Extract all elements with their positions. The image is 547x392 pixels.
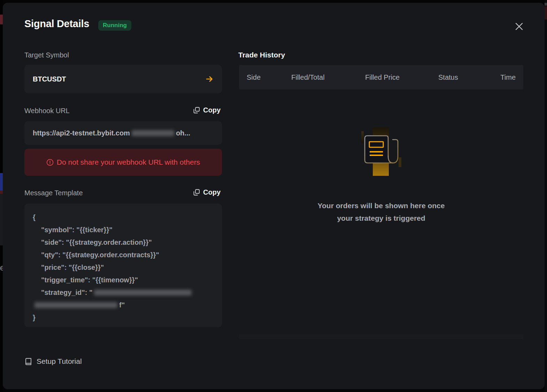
trade-history-header-row: SideFilled/TotalFilled PriceStatusTime [239, 65, 523, 89]
trade-history-footer-stripe [239, 334, 523, 339]
target-symbol-field[interactable]: BTCUSDT [24, 65, 222, 93]
page-backdrop: e Signal Details Running Target Symbol B… [0, 0, 547, 392]
message-template-label: Message Template [24, 189, 83, 197]
background-fragment [0, 15, 3, 24]
background-fragment [0, 173, 3, 190]
signal-details-modal: Signal Details Running Target Symbol BTC… [3, 3, 545, 389]
code-line: "qty": "{{strategy.order.contracts}}" [33, 249, 214, 261]
copy-label: Copy [203, 106, 221, 114]
empty-orders-message: Your orders will be shown here once your… [239, 199, 523, 225]
message-template-code: {"symbol": "{{ticker}}""side": "{{strate… [24, 204, 222, 327]
code-line: "price": "{{close}}" [33, 261, 214, 274]
status-badge: Running [98, 20, 131, 31]
webhook-url-field: https://api2-testnet.bybit.comoh... [24, 121, 222, 145]
background-fragment [545, 3, 547, 6]
background-page-edge-right [545, 0, 547, 392]
code-line: } [33, 311, 214, 324]
redacted-text [34, 302, 117, 308]
column-header-filled-total: Filled/Total [291, 73, 365, 81]
empty-orders-line2: your strategy is triggered [239, 212, 523, 225]
copy-icon [193, 107, 200, 113]
background-page-edge-left: e [0, 0, 3, 392]
redacted-url-segment [132, 130, 174, 136]
redacted-text [94, 290, 192, 296]
code-line: f" [33, 299, 214, 311]
column-header-side: Side [247, 73, 291, 81]
page-title: Signal Details [24, 18, 89, 30]
copy-icon [193, 189, 200, 196]
background-fragment [0, 190, 3, 194]
target-symbol-label: Target Symbol [24, 51, 69, 59]
empty-orders-illustration [359, 124, 402, 178]
background-fragment [545, 6, 547, 19]
target-symbol-value: BTCUSDT [33, 75, 66, 83]
code-line: "side": "{{strategy.order.action}}" [33, 236, 214, 249]
webhook-url-text: https://api2-testnet.bybit.com [33, 129, 130, 137]
empty-orders-line1: Your orders will be shown here once [239, 199, 523, 212]
code-line: "symbol": "{{ticker}}" [33, 224, 214, 236]
setup-tutorial-link[interactable]: Setup Tutorial [24, 357, 82, 366]
book-icon [24, 358, 32, 366]
close-icon [515, 22, 524, 31]
webhook-url-suffix: oh... [176, 129, 190, 137]
setup-tutorial-label: Setup Tutorial [37, 357, 82, 366]
code-line: { [33, 211, 214, 224]
background-fragment-letter: e [0, 263, 3, 273]
webhook-url-label: Webhook URL [24, 107, 70, 115]
background-fragment [0, 194, 3, 245]
warning-icon [46, 159, 54, 166]
column-header-filled-price: Filled Price [365, 73, 438, 81]
code-line: "trigger_time": "{{timenow}}" [33, 274, 214, 286]
warning-text: Do not share your webhook URL with other… [57, 158, 200, 166]
copy-label: Copy [203, 188, 221, 196]
copy-message-template-button[interactable]: Copy [193, 188, 221, 196]
close-button[interactable] [511, 19, 527, 34]
copy-webhook-url-button[interactable]: Copy [193, 106, 221, 114]
arrow-right-icon [205, 75, 214, 83]
column-header-time: Time [498, 73, 516, 81]
trade-history-title: Trade History [238, 51, 285, 59]
code-line: "strategy_id": " [33, 286, 214, 299]
column-header-status: Status [438, 73, 498, 81]
webhook-warning-banner: Do not share your webhook URL with other… [24, 149, 222, 176]
